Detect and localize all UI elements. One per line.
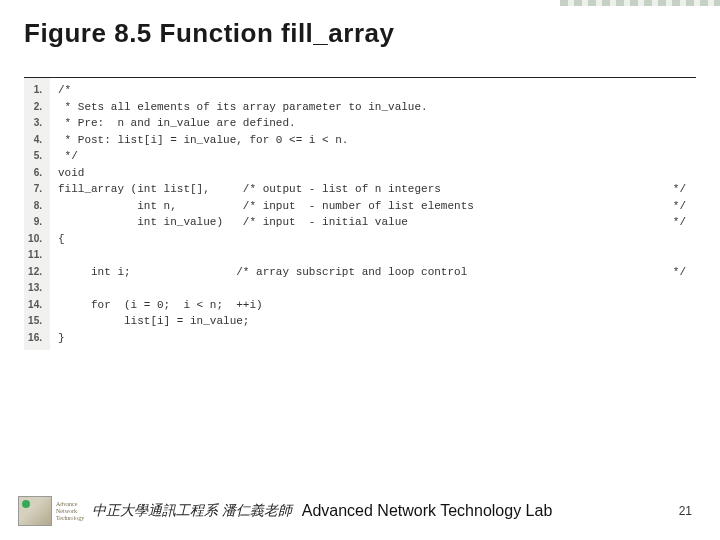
slide-title: Figure 8.5 Function fill_array [24, 18, 696, 49]
decorative-top-border [560, 0, 720, 6]
slide-footer: Advance Network Technology 中正大學通訊工程系 潘仁義… [0, 496, 720, 526]
line-number-gutter: 1.2.3.4.5.6.7.8.9.10.11.12.13.14.15.16. [24, 78, 50, 350]
page-number: 21 [679, 504, 692, 518]
code-body: /* * Sets all elements of its array para… [50, 78, 696, 350]
footer-chinese-text: 中正大學通訊工程系 潘仁義老師 [92, 502, 292, 520]
lab-logo-icon [18, 496, 52, 526]
code-listing: 1.2.3.4.5.6.7.8.9.10.11.12.13.14.15.16. … [24, 77, 696, 350]
footer-english-text: Advanced Network Technology Lab [302, 502, 553, 520]
lab-logo-text: Advance Network Technology [56, 501, 84, 522]
